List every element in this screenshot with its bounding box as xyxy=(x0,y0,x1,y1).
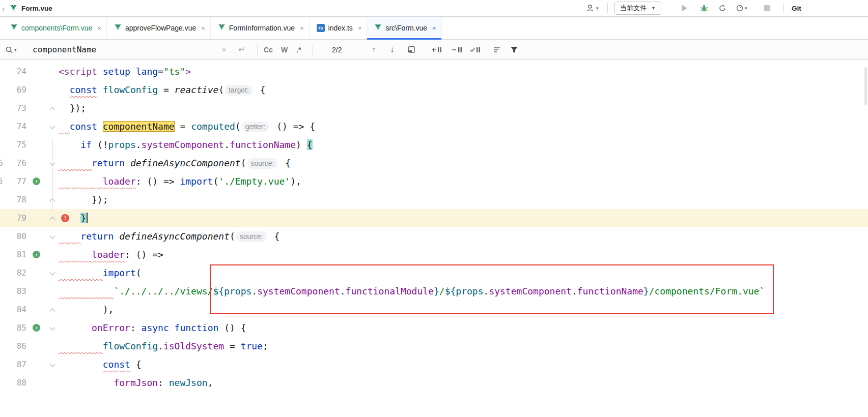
filter-button[interactable] xyxy=(510,40,518,59)
code-line[interactable]: 86 flowConfig.isOldSystem = true; xyxy=(0,337,868,355)
previous-match-button[interactable]: ↑ xyxy=(372,40,376,59)
line-number[interactable]: 85 xyxy=(0,319,26,337)
tab-approveflowpage-vue[interactable]: approveFlowPage.vue× xyxy=(107,17,211,39)
tab-components-form-vue[interactable]: components\Form.vue× xyxy=(3,17,107,39)
code-token: newJson xyxy=(169,377,208,388)
line-number[interactable]: 83 xyxy=(0,282,26,301)
next-match-button[interactable]: ↓ xyxy=(390,40,395,59)
match-case-toggle[interactable]: Cc xyxy=(264,40,273,59)
tab-close-icon[interactable]: × xyxy=(358,24,362,32)
text-caret xyxy=(87,213,88,223)
run-with-coverage-button[interactable] xyxy=(718,0,726,16)
search-icon[interactable]: ▾ xyxy=(5,40,17,59)
code-line[interactable]: 76 return defineAsyncComponent(source: { xyxy=(0,154,868,172)
code-line[interactable]: 87 const { xyxy=(0,355,868,374)
gutter-run-icon[interactable]: ↑ xyxy=(33,324,40,332)
search-input[interactable]: componentName xyxy=(33,40,96,59)
line-number[interactable]: 80 xyxy=(0,227,26,246)
tab-index-ts[interactable]: TSindex.ts× xyxy=(310,17,368,39)
line-number[interactable]: 77 xyxy=(0,172,26,191)
code-text: loader: () => import('./Empty.vue'), xyxy=(59,172,868,191)
line-number[interactable]: 75 xyxy=(0,136,26,154)
fold-marker-icon[interactable] xyxy=(49,107,55,112)
code-line[interactable]: 77↑ loader: () => import('./Empty.vue'), xyxy=(0,172,868,191)
fold-marker-icon[interactable] xyxy=(49,270,55,275)
fold-marker-icon[interactable] xyxy=(49,198,55,204)
divider xyxy=(783,3,784,13)
code-line[interactable]: 81↑ loader: () => xyxy=(0,246,868,264)
newline-toggle-icon[interactable]: ↵ xyxy=(238,40,245,59)
code-line[interactable]: 73 }); xyxy=(0,99,868,117)
code-token: , xyxy=(208,377,213,388)
line-number[interactable]: 88 xyxy=(0,374,26,392)
code-token: ) xyxy=(296,139,307,150)
code-editor[interactable]: 24<script setup lang="ts">69 const flowC… xyxy=(0,60,868,414)
stop-button[interactable] xyxy=(764,0,770,16)
fold-marker-icon[interactable] xyxy=(49,324,55,330)
debug-button[interactable] xyxy=(700,0,708,16)
code-line[interactable]: 75 if (!props.systemComponent.functionNa… xyxy=(0,136,868,154)
play-icon xyxy=(682,5,687,12)
code-line[interactable]: 85↑ onError: async function () { xyxy=(0,319,868,337)
collaboration-user-icon[interactable]: ▾ xyxy=(586,0,599,16)
rerun-icon xyxy=(718,4,726,12)
tab-close-icon[interactable]: × xyxy=(432,24,436,32)
code-token: ( xyxy=(218,84,224,95)
add-occurrence-button[interactable] xyxy=(431,40,442,59)
tab-close-icon[interactable]: × xyxy=(300,24,304,32)
find-bar: ▾ componentName × ↵ Cc W .* 2/2 ↑ ↓ xyxy=(0,40,868,60)
run-button[interactable] xyxy=(682,0,687,16)
bug-icon xyxy=(700,4,708,12)
inlay-hint: source: xyxy=(247,158,278,169)
code-text: return defineAsyncComponent(source: { xyxy=(59,154,868,172)
line-number[interactable]: 79 xyxy=(0,209,26,227)
tab-forminformation-vue[interactable]: FormInformation.vue× xyxy=(211,17,310,39)
line-number[interactable]: 87 xyxy=(0,355,26,374)
gutter-run-icon[interactable]: ↑ xyxy=(33,251,40,258)
find-in-selection-toggle[interactable] xyxy=(408,40,415,59)
search-options-button[interactable] xyxy=(493,40,501,59)
code-token: reactive xyxy=(175,84,219,95)
line-number[interactable]: 73 xyxy=(0,99,26,117)
code-token: async xyxy=(142,322,169,333)
code-line[interactable]: 69 const flowConfig = reactive(target: { xyxy=(0,81,868,99)
git-menu[interactable]: Git xyxy=(792,0,801,16)
fold-marker-icon[interactable] xyxy=(49,308,55,314)
scrollbar-thumb[interactable] xyxy=(864,67,867,105)
line-number[interactable]: 74 xyxy=(0,117,26,136)
tab-close-icon[interactable]: × xyxy=(97,24,101,32)
line-number[interactable]: 81 xyxy=(0,246,26,264)
code-token: flowConfig xyxy=(103,341,158,351)
code-line[interactable]: 78 }); xyxy=(0,191,868,209)
remove-occurrence-button[interactable] xyxy=(451,40,462,59)
gutter-run-icon[interactable]: ↑ xyxy=(33,177,40,185)
profiler-button[interactable]: ▾ xyxy=(736,0,747,16)
line-number[interactable]: 76 xyxy=(0,154,26,172)
select-all-occurrences-button[interactable] xyxy=(469,40,481,59)
whole-words-toggle[interactable]: W xyxy=(281,40,288,59)
line-number[interactable]: 84 xyxy=(0,301,26,319)
fold-marker-icon[interactable] xyxy=(49,217,55,222)
line-number[interactable]: 69 xyxy=(0,81,26,99)
code-token xyxy=(59,304,103,315)
fold-marker-icon[interactable] xyxy=(49,123,55,129)
fold-marker-icon[interactable] xyxy=(49,233,55,239)
clear-search-icon[interactable]: × xyxy=(222,40,226,59)
code-line[interactable]: 74 const componentName = computed(getter… xyxy=(0,117,868,136)
tab-close-icon[interactable]: × xyxy=(201,24,205,32)
fold-marker-icon[interactable] xyxy=(49,361,55,367)
code-line[interactable]: 80 return defineAsyncComponent(source: { xyxy=(0,227,868,246)
line-number[interactable]: 82 xyxy=(0,264,26,282)
code-line[interactable]: 24<script setup lang="ts"> xyxy=(0,63,868,81)
line-number[interactable]: 24 xyxy=(0,63,26,81)
tab-src-form-vue[interactable]: src\Form.vue× xyxy=(367,17,441,39)
error-icon[interactable]: ! xyxy=(61,214,69,222)
fold-marker-icon[interactable] xyxy=(49,160,55,165)
code-line[interactable]: 79! } xyxy=(0,209,868,227)
run-configuration-selector[interactable]: 当前文件 ▼ xyxy=(614,0,661,16)
regex-toggle[interactable]: .* xyxy=(296,40,301,59)
line-number[interactable]: 78 xyxy=(0,191,26,209)
matched-brace: } xyxy=(80,213,86,223)
line-number[interactable]: 86 xyxy=(0,337,26,355)
code-line[interactable]: 88 formJson: newJson, xyxy=(0,374,868,392)
